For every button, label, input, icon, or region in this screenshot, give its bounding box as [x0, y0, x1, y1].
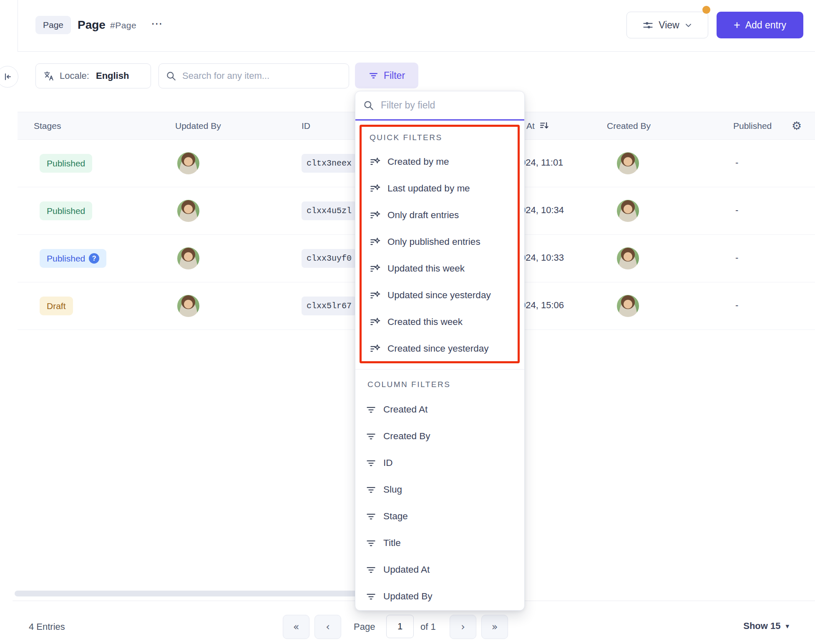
column-header-stages[interactable]: Stages	[34, 112, 61, 139]
updated-at-cell: 024, 15:06	[521, 300, 564, 311]
column-filters-title: COLUMN FILTERS	[367, 380, 450, 389]
updated-by-avatar	[177, 295, 199, 317]
column-filter-label: Created By	[383, 431, 430, 442]
search-icon	[363, 100, 374, 111]
quick-filters-title: QUICK FILTERS	[370, 133, 443, 142]
filter-field-input[interactable]	[380, 99, 517, 111]
quick-filter-label: Last updated by me	[387, 183, 470, 194]
locale-label: Locale:	[60, 70, 89, 81]
filter-sparkle-icon	[370, 210, 381, 221]
column-filter-item[interactable]: Stage	[357, 503, 524, 530]
quick-filter-item[interactable]: Last updated by me	[362, 175, 518, 202]
page-api-id: #Page	[110, 20, 136, 30]
entry-id-chip: clxx3uyf0	[302, 249, 357, 268]
plus-icon: +	[734, 20, 740, 31]
column-header-id[interactable]: ID	[302, 112, 310, 139]
entries-count: 4 Entries	[29, 621, 65, 632]
first-page-button[interactable]: «	[283, 615, 309, 639]
stage-badge: Published ?	[40, 201, 92, 220]
entry-id-chip: clxx4u5zl	[302, 201, 357, 220]
updated-by-avatar	[177, 152, 199, 174]
add-entry-button[interactable]: + Add entry	[717, 12, 803, 38]
page-label: Page	[354, 621, 375, 632]
column-filter-item[interactable]: ID	[357, 450, 524, 476]
help-icon: ?	[89, 253, 99, 264]
previous-page-button[interactable]: ‹	[314, 615, 341, 639]
stage-badge: Draft ?	[40, 297, 73, 315]
next-page-button[interactable]: ›	[450, 615, 476, 639]
add-entry-label: Add entry	[745, 20, 786, 31]
filter-sparkle-icon	[370, 156, 381, 168]
filter-icon	[365, 591, 377, 602]
column-filter-label: Updated By	[383, 591, 433, 602]
locale-selector[interactable]: Locale: English	[35, 63, 151, 88]
filter-sparkle-icon	[370, 236, 381, 248]
translate-icon	[43, 70, 55, 82]
quick-filter-item[interactable]: Updated this week	[362, 255, 518, 282]
collapse-icon	[3, 72, 13, 82]
filter-icon	[365, 431, 377, 442]
stage-badge: Published ?	[40, 249, 106, 268]
filter-sparkle-icon	[370, 263, 381, 274]
updated-at-label-fragment: At	[526, 121, 535, 131]
quick-filter-item[interactable]: Updated since yesterday	[362, 282, 518, 309]
filter-sparkle-icon	[370, 317, 381, 328]
page-number-input[interactable]	[386, 615, 414, 638]
column-filter-label: Updated At	[383, 564, 430, 575]
column-header-created-by[interactable]: Created By	[607, 112, 651, 139]
updated-at-cell: 024, 10:34	[521, 205, 564, 216]
header-divider	[18, 51, 815, 52]
created-by-avatar	[617, 152, 639, 174]
panel-divider	[355, 369, 524, 370]
quick-filter-label: Created by me	[387, 156, 449, 167]
filter-button[interactable]: Filter	[355, 63, 418, 88]
view-button-label: View	[659, 20, 679, 31]
column-filter-item[interactable]: Updated By	[357, 583, 524, 610]
quick-filter-item[interactable]: Created since yesterday	[362, 335, 518, 362]
quick-filter-label: Updated since yesterday	[387, 290, 491, 301]
filter-icon	[365, 458, 377, 469]
quick-filter-item[interactable]: Created by me	[362, 148, 518, 175]
caret-down-icon: ▾	[785, 622, 789, 630]
stage-label: Published	[47, 206, 85, 216]
quick-filter-item[interactable]: Only published entries	[362, 229, 518, 255]
filter-icon	[368, 70, 379, 81]
column-header-updated-at[interactable]: At	[526, 112, 549, 139]
quick-filter-item[interactable]: Only draft entries	[362, 202, 518, 229]
last-page-button[interactable]: »	[481, 615, 508, 639]
quick-filter-label: Created this week	[387, 317, 463, 327]
column-filter-item[interactable]: Slug	[357, 476, 524, 503]
column-header-published[interactable]: Published	[733, 112, 776, 139]
view-button[interactable]: View	[626, 12, 708, 38]
table-settings-gear-icon[interactable]: ⚙	[792, 112, 802, 139]
quick-filter-item[interactable]: Created this week	[362, 309, 518, 335]
entry-id-chip: clxx5lr67	[302, 297, 357, 315]
filter-icon	[365, 564, 377, 576]
filter-icon	[365, 404, 377, 415]
search-bar	[158, 63, 349, 88]
chevron-down-icon	[684, 21, 692, 29]
filter-sparkle-icon	[370, 290, 381, 301]
updated-at-cell: 024, 10:33	[521, 252, 564, 263]
column-filter-item[interactable]: Created By	[357, 423, 524, 450]
search-icon	[166, 70, 176, 81]
column-filters-list: Created At Created By ID	[357, 396, 524, 610]
more-options-icon[interactable]: ⋯	[151, 17, 163, 30]
filter-dropdown: QUICK FILTERS Created by me Last updated…	[355, 91, 525, 611]
filter-sparkle-icon	[370, 183, 381, 194]
search-input[interactable]	[181, 70, 342, 82]
page-size-selector[interactable]: Show 15 ▾	[743, 621, 789, 631]
quick-filter-label: Created since yesterday	[387, 343, 489, 354]
column-filter-item[interactable]: Title	[357, 530, 524, 556]
column-filter-item[interactable]: Created At	[357, 396, 524, 423]
column-filter-label: Slug	[383, 484, 402, 495]
page-count-label: of 1	[420, 621, 436, 632]
entry-id-chip: cltx3neex	[302, 154, 357, 173]
collapse-sidebar-button[interactable]	[0, 66, 18, 88]
published-cell: -	[735, 252, 738, 263]
column-filter-item[interactable]: Updated At	[357, 556, 524, 583]
filter-icon	[365, 484, 377, 496]
stage-label: Published	[47, 158, 85, 169]
column-header-updated-by[interactable]: Updated By	[175, 112, 221, 139]
stage-badge: Published ?	[40, 154, 92, 173]
